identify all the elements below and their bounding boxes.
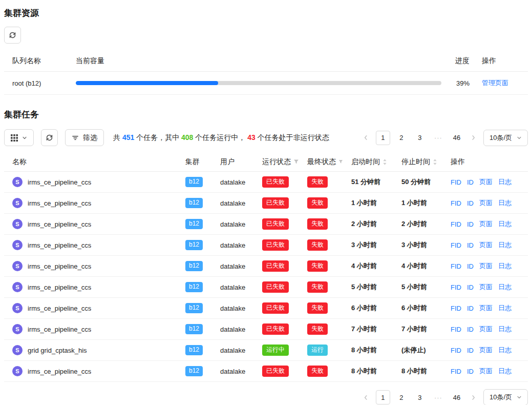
page-link[interactable]: 页面 (479, 282, 493, 292)
page-link[interactable]: 页面 (479, 303, 493, 313)
page-button-2[interactable]: 2 (394, 131, 409, 145)
col-header-final-status-label: 最终状态 (307, 157, 336, 167)
fid-link[interactable]: FID (451, 368, 461, 375)
page-link[interactable]: 页面 (479, 261, 493, 271)
log-link[interactable]: 日志 (498, 219, 512, 229)
start-time: 6 小时前 (343, 303, 393, 313)
page-link[interactable]: 页面 (479, 325, 493, 334)
filter-funnel-icon[interactable] (338, 159, 343, 165)
page-link[interactable]: 页面 (479, 367, 493, 376)
page-button-1[interactable]: 1 (376, 390, 390, 404)
log-link[interactable]: 日志 (498, 346, 512, 355)
task-name: irms_ce_pipeline_ccs (28, 241, 91, 249)
sort-icon[interactable] (382, 158, 387, 166)
task-actions: FIDID页面日志 (442, 240, 528, 250)
id-link[interactable]: ID (467, 178, 474, 186)
fid-link[interactable]: FID (451, 241, 461, 249)
queue-progress-percent: 39% (449, 79, 482, 87)
pagination-bottom-wrap: 1 2 3 ··· 46 10条/页 (4, 389, 528, 405)
id-link[interactable]: ID (467, 305, 474, 312)
refresh-icon (9, 31, 16, 39)
next-page-button[interactable] (468, 132, 479, 144)
sort-icon[interactable] (433, 158, 437, 166)
summary-text: 个任务，其中 (134, 133, 181, 141)
page-link[interactable]: 页面 (479, 177, 493, 187)
task-type-avatar: S (12, 303, 23, 313)
page-link[interactable]: 页面 (479, 346, 493, 355)
col-header-action: 操作 (442, 157, 528, 167)
id-link[interactable]: ID (467, 220, 474, 228)
page-size-select[interactable]: 10条/页 (483, 130, 528, 146)
resources-toolbar (4, 27, 528, 44)
running-count: 408 (181, 133, 193, 141)
id-link[interactable]: ID (467, 284, 474, 291)
fid-link[interactable]: FID (451, 199, 461, 207)
task-name: irms_ce_pipeline_ccs (28, 178, 91, 186)
run-status-badge: 已失败 (262, 302, 289, 314)
id-link[interactable]: ID (467, 368, 474, 375)
col-header-final-status[interactable]: 最终状态 (299, 157, 343, 167)
task-type-avatar: S (12, 240, 23, 250)
task-name: irms_ce_pipeline_ccs (28, 199, 91, 207)
task-user: datalake (212, 305, 254, 312)
log-link[interactable]: 日志 (498, 198, 512, 208)
id-link[interactable]: ID (467, 347, 474, 354)
log-link[interactable]: 日志 (498, 261, 512, 271)
column-settings-button[interactable] (4, 129, 34, 146)
page-button-1[interactable]: 1 (376, 131, 390, 145)
task-user: datalake (212, 326, 254, 333)
fid-link[interactable]: FID (451, 178, 461, 186)
next-page-button[interactable] (468, 392, 479, 403)
page-button-46[interactable]: 46 (450, 131, 464, 145)
page-ellipsis[interactable]: ··· (431, 131, 445, 145)
page-link[interactable]: 页面 (479, 240, 493, 250)
chevron-left-icon (363, 395, 369, 400)
capacity-progress-bar (76, 81, 441, 85)
prev-page-button[interactable] (360, 392, 372, 403)
fid-link[interactable]: FID (451, 347, 461, 354)
task-row: S irms_ce_pipeline_ccs b12 datalake 已失败 … (4, 361, 528, 382)
start-time: 8 小时前 (343, 367, 393, 376)
page-link[interactable]: 页面 (479, 198, 493, 208)
task-row: S irms_ce_pipeline_ccs b12 datalake 已失败 … (4, 298, 528, 319)
tasks-refresh-button[interactable] (41, 129, 58, 146)
log-link[interactable]: 日志 (498, 367, 512, 376)
page-button-46[interactable]: 46 (450, 390, 464, 404)
page-size-select[interactable]: 10条/页 (483, 389, 528, 405)
filter-funnel-icon[interactable] (293, 159, 299, 165)
log-link[interactable]: 日志 (498, 240, 512, 250)
id-link[interactable]: ID (467, 262, 474, 270)
log-link[interactable]: 日志 (498, 282, 512, 292)
page-ellipsis[interactable]: ··· (431, 390, 445, 404)
log-link[interactable]: 日志 (498, 303, 512, 313)
fid-link[interactable]: FID (451, 262, 461, 270)
log-link[interactable]: 日志 (498, 325, 512, 334)
task-actions: FIDID页面日志 (442, 367, 528, 376)
col-header-stop-time[interactable]: 停止时间 (393, 157, 442, 167)
chevron-right-icon (471, 395, 476, 400)
pagination-bottom: 1 2 3 ··· 46 10条/页 (360, 389, 528, 405)
prev-page-button[interactable] (360, 132, 372, 144)
fid-link[interactable]: FID (451, 305, 461, 312)
chevron-down-icon (517, 395, 522, 400)
page-button-2[interactable]: 2 (394, 390, 409, 404)
page-button-3[interactable]: 3 (413, 131, 427, 145)
resources-refresh-button[interactable] (4, 27, 21, 44)
tasks-table-header: 名称 集群 用户 运行状态 最终状态 启动时间 停止时间 操作 (4, 152, 528, 172)
id-link[interactable]: ID (467, 241, 474, 249)
page-button-3[interactable]: 3 (413, 390, 427, 404)
page-link[interactable]: 页面 (479, 219, 493, 229)
col-header-start-time[interactable]: 启动时间 (343, 157, 393, 167)
cluster-badge: b12 (185, 198, 203, 208)
fid-link[interactable]: FID (451, 326, 461, 333)
log-link[interactable]: 日志 (498, 177, 512, 187)
col-header-run-status[interactable]: 运行状态 (254, 157, 299, 167)
id-link[interactable]: ID (467, 199, 474, 207)
id-link[interactable]: ID (467, 326, 474, 333)
fid-link[interactable]: FID (451, 220, 461, 228)
filter-button[interactable]: 筛选 (65, 129, 104, 146)
task-actions: FIDID页面日志 (442, 282, 528, 292)
run-status-badge: 已失败 (262, 197, 289, 209)
fid-link[interactable]: FID (451, 284, 461, 291)
manage-page-link[interactable]: 管理页面 (482, 79, 508, 87)
